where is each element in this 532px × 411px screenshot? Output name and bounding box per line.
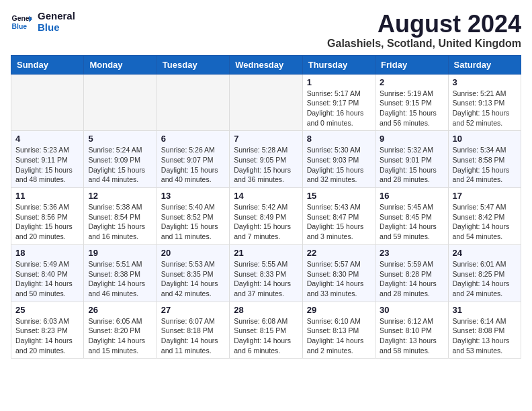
day-number: 2 <box>380 77 443 87</box>
day-number: 21 <box>234 248 298 258</box>
day-info: Sunrise: 5:57 AM Sunset: 8:30 PM Dayligh… <box>307 259 371 299</box>
calendar-header-monday: Monday <box>84 55 157 74</box>
calendar-cell: 1Sunrise: 5:17 AM Sunset: 9:17 PM Daylig… <box>302 74 375 131</box>
calendar-cell <box>157 74 229 131</box>
day-info: Sunrise: 6:12 AM Sunset: 8:10 PM Dayligh… <box>380 316 443 356</box>
calendar-header-friday: Friday <box>375 55 448 74</box>
day-number: 8 <box>307 134 371 144</box>
day-number: 1 <box>307 77 371 87</box>
calendar-cell: 12Sunrise: 5:38 AM Sunset: 8:54 PM Dayli… <box>84 188 157 245</box>
calendar-week-row: 4Sunrise: 5:23 AM Sunset: 9:11 PM Daylig… <box>11 131 521 188</box>
calendar-cell: 23Sunrise: 5:59 AM Sunset: 8:28 PM Dayli… <box>375 244 448 302</box>
day-number: 28 <box>234 305 298 315</box>
day-info: Sunrise: 5:53 AM Sunset: 8:35 PM Dayligh… <box>161 259 225 299</box>
calendar-header-thursday: Thursday <box>302 55 375 74</box>
calendar-cell: 16Sunrise: 5:45 AM Sunset: 8:45 PM Dayli… <box>375 188 448 245</box>
calendar-header-saturday: Saturday <box>448 55 521 74</box>
calendar-cell: 21Sunrise: 5:55 AM Sunset: 8:33 PM Dayli… <box>230 244 302 302</box>
day-number: 3 <box>453 77 517 87</box>
calendar-week-row: 25Sunrise: 6:03 AM Sunset: 8:23 PM Dayli… <box>11 302 521 359</box>
day-number: 24 <box>453 248 517 258</box>
calendar-header-tuesday: Tuesday <box>157 55 229 74</box>
calendar: SundayMondayTuesdayWednesdayThursdayFrid… <box>11 55 521 359</box>
day-number: 16 <box>380 191 443 201</box>
logo-line1: General <box>38 11 75 22</box>
calendar-cell: 14Sunrise: 5:42 AM Sunset: 8:49 PM Dayli… <box>230 188 302 245</box>
calendar-cell: 25Sunrise: 6:03 AM Sunset: 8:23 PM Dayli… <box>11 302 84 359</box>
calendar-cell: 7Sunrise: 5:28 AM Sunset: 9:05 PM Daylig… <box>230 131 302 188</box>
day-info: Sunrise: 5:36 AM Sunset: 8:56 PM Dayligh… <box>15 202 79 242</box>
day-number: 10 <box>453 134 517 144</box>
calendar-cell: 10Sunrise: 5:34 AM Sunset: 8:58 PM Dayli… <box>448 131 521 188</box>
day-number: 9 <box>380 134 443 144</box>
day-info: Sunrise: 5:49 AM Sunset: 8:40 PM Dayligh… <box>15 259 79 299</box>
calendar-cell: 22Sunrise: 5:57 AM Sunset: 8:30 PM Dayli… <box>302 244 375 302</box>
calendar-cell: 20Sunrise: 5:53 AM Sunset: 8:35 PM Dayli… <box>157 244 229 302</box>
calendar-cell <box>230 74 302 131</box>
calendar-header-wednesday: Wednesday <box>230 55 302 74</box>
day-number: 12 <box>88 191 152 201</box>
day-info: Sunrise: 6:01 AM Sunset: 8:25 PM Dayligh… <box>453 259 517 299</box>
calendar-cell <box>11 74 84 131</box>
day-info: Sunrise: 5:23 AM Sunset: 9:11 PM Dayligh… <box>15 145 79 185</box>
day-info: Sunrise: 5:21 AM Sunset: 9:13 PM Dayligh… <box>453 89 517 128</box>
day-info: Sunrise: 6:14 AM Sunset: 8:08 PM Dayligh… <box>453 316 517 356</box>
calendar-cell: 2Sunrise: 5:19 AM Sunset: 9:15 PM Daylig… <box>375 74 448 131</box>
svg-text:Blue: Blue <box>12 22 28 30</box>
calendar-cell: 5Sunrise: 5:24 AM Sunset: 9:09 PM Daylig… <box>84 131 157 188</box>
day-info: Sunrise: 5:17 AM Sunset: 9:17 PM Dayligh… <box>307 89 371 128</box>
day-info: Sunrise: 5:26 AM Sunset: 9:07 PM Dayligh… <box>161 145 225 185</box>
day-info: Sunrise: 6:05 AM Sunset: 8:20 PM Dayligh… <box>88 316 152 356</box>
calendar-cell: 3Sunrise: 5:21 AM Sunset: 9:13 PM Daylig… <box>448 74 521 131</box>
day-number: 13 <box>161 191 225 201</box>
calendar-cell: 28Sunrise: 6:08 AM Sunset: 8:15 PM Dayli… <box>230 302 302 359</box>
calendar-cell: 26Sunrise: 6:05 AM Sunset: 8:20 PM Dayli… <box>84 302 157 359</box>
day-number: 27 <box>161 305 225 315</box>
page-subtitle: Galashiels, Scotland, United Kingdom <box>327 38 521 50</box>
calendar-week-row: 18Sunrise: 5:49 AM Sunset: 8:40 PM Dayli… <box>11 244 521 302</box>
day-number: 31 <box>453 305 517 315</box>
day-info: Sunrise: 6:03 AM Sunset: 8:23 PM Dayligh… <box>15 316 79 356</box>
day-info: Sunrise: 5:24 AM Sunset: 9:09 PM Dayligh… <box>88 145 152 185</box>
day-number: 14 <box>234 191 298 201</box>
page-title: August 2024 <box>327 11 521 38</box>
day-number: 26 <box>88 305 152 315</box>
day-info: Sunrise: 5:19 AM Sunset: 9:15 PM Dayligh… <box>380 89 443 128</box>
day-number: 19 <box>88 248 152 258</box>
day-number: 15 <box>307 191 371 201</box>
day-info: Sunrise: 5:47 AM Sunset: 8:42 PM Dayligh… <box>453 202 517 242</box>
day-info: Sunrise: 5:28 AM Sunset: 9:05 PM Dayligh… <box>234 145 298 185</box>
calendar-header-row: SundayMondayTuesdayWednesdayThursdayFrid… <box>11 55 521 74</box>
calendar-cell: 15Sunrise: 5:43 AM Sunset: 8:47 PM Dayli… <box>302 188 375 245</box>
day-number: 7 <box>234 134 298 144</box>
calendar-cell: 30Sunrise: 6:12 AM Sunset: 8:10 PM Dayli… <box>375 302 448 359</box>
logo: General Blue General Blue <box>11 11 75 33</box>
day-info: Sunrise: 5:40 AM Sunset: 8:52 PM Dayligh… <box>161 202 225 242</box>
calendar-week-row: 11Sunrise: 5:36 AM Sunset: 8:56 PM Dayli… <box>11 188 521 245</box>
day-info: Sunrise: 5:43 AM Sunset: 8:47 PM Dayligh… <box>307 202 371 242</box>
calendar-header-sunday: Sunday <box>11 55 84 74</box>
calendar-cell: 11Sunrise: 5:36 AM Sunset: 8:56 PM Dayli… <box>11 188 84 245</box>
day-info: Sunrise: 6:10 AM Sunset: 8:13 PM Dayligh… <box>307 316 371 356</box>
calendar-cell <box>84 74 157 131</box>
title-area: August 2024 Galashiels, Scotland, United… <box>327 11 521 50</box>
day-number: 6 <box>161 134 225 144</box>
day-number: 18 <box>15 248 79 258</box>
calendar-cell: 4Sunrise: 5:23 AM Sunset: 9:11 PM Daylig… <box>11 131 84 188</box>
day-number: 25 <box>15 305 79 315</box>
day-number: 5 <box>88 134 152 144</box>
calendar-cell: 19Sunrise: 5:51 AM Sunset: 8:38 PM Dayli… <box>84 244 157 302</box>
calendar-cell: 17Sunrise: 5:47 AM Sunset: 8:42 PM Dayli… <box>448 188 521 245</box>
calendar-cell: 27Sunrise: 6:07 AM Sunset: 8:18 PM Dayli… <box>157 302 229 359</box>
calendar-cell: 13Sunrise: 5:40 AM Sunset: 8:52 PM Dayli… <box>157 188 229 245</box>
day-info: Sunrise: 5:51 AM Sunset: 8:38 PM Dayligh… <box>88 259 152 299</box>
day-info: Sunrise: 5:30 AM Sunset: 9:03 PM Dayligh… <box>307 145 371 185</box>
day-info: Sunrise: 5:59 AM Sunset: 8:28 PM Dayligh… <box>380 259 443 299</box>
day-number: 20 <box>161 248 225 258</box>
calendar-cell: 29Sunrise: 6:10 AM Sunset: 8:13 PM Dayli… <box>302 302 375 359</box>
day-number: 4 <box>15 134 79 144</box>
day-number: 29 <box>307 305 371 315</box>
calendar-cell: 31Sunrise: 6:14 AM Sunset: 8:08 PM Dayli… <box>448 302 521 359</box>
day-info: Sunrise: 6:08 AM Sunset: 8:15 PM Dayligh… <box>234 316 298 356</box>
logo-line2: Blue <box>38 22 75 34</box>
